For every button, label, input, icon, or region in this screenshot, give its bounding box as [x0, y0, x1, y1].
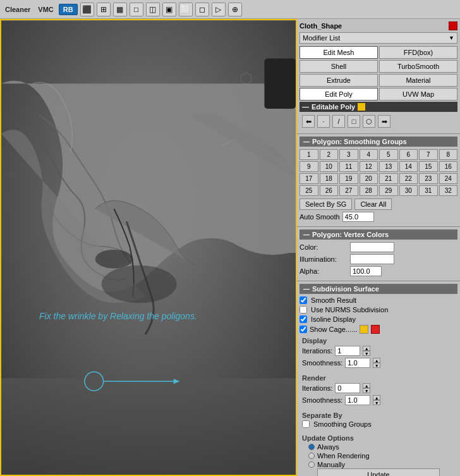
ep-icon-elem[interactable]: ⬡	[363, 115, 375, 128]
rb-button[interactable]: RB	[59, 4, 78, 15]
always-radio-item: Always	[308, 443, 455, 451]
ep-icon-back[interactable]: ⬅	[302, 115, 315, 128]
toolbar-icon-6[interactable]: ▣	[162, 3, 176, 16]
render-smooth-up-btn[interactable]: ▲	[373, 395, 380, 400]
material-btn[interactable]: Material	[379, 74, 457, 87]
toolbar-icon-1[interactable]: ⬛	[80, 3, 94, 16]
auto-smooth-input[interactable]	[342, 212, 374, 222]
ep-icon-poly[interactable]: □	[348, 115, 360, 128]
sg-btn-14[interactable]: 14	[399, 161, 418, 172]
sg-btn-1[interactable]: 1	[300, 149, 318, 160]
smoothness-down-btn[interactable]: ▼	[373, 363, 380, 368]
sg-btn-9[interactable]: 9	[300, 161, 318, 172]
smoothness-input[interactable]	[345, 358, 370, 368]
sg-btn-15[interactable]: 15	[419, 161, 438, 172]
sg-btn-8[interactable]: 8	[439, 149, 458, 160]
sg-btn-25[interactable]: 25	[300, 185, 318, 196]
illumination-swatch[interactable]	[350, 254, 394, 264]
toolbar-icon-9[interactable]: ▷	[212, 3, 226, 16]
ffd-box-btn[interactable]: FFD(box)	[379, 46, 457, 59]
sg-minus-icon[interactable]: —	[303, 138, 310, 145]
iterations-input[interactable]	[335, 346, 360, 356]
sg-btn-10[interactable]: 10	[320, 161, 339, 172]
when-rendering-radio[interactable]	[308, 453, 315, 459]
iterations-label: Iterations:	[302, 347, 332, 355]
sg-btn-28[interactable]: 28	[360, 185, 378, 196]
viewport[interactable]: ⬡ Fix the wrinkle by Relaxing the poligo…	[0, 19, 297, 476]
toolbar-icon-10[interactable]: ⊕	[228, 3, 242, 16]
sg-btn-3[interactable]: 3	[339, 149, 358, 160]
iterations-down-btn[interactable]: ▼	[363, 351, 370, 356]
always-radio[interactable]	[308, 444, 315, 450]
sg-btn-21[interactable]: 21	[379, 173, 398, 184]
sg-btn-19[interactable]: 19	[339, 173, 358, 184]
color-swatch[interactable]	[350, 242, 394, 252]
sg-btn-4[interactable]: 4	[360, 149, 378, 160]
sg-btn-5[interactable]: 5	[379, 149, 398, 160]
sg-btn-2[interactable]: 2	[320, 149, 339, 160]
extrude-btn[interactable]: Extrude	[300, 74, 378, 87]
shell-btn[interactable]: Shell	[300, 60, 378, 73]
ep-icon-vert[interactable]: ·	[317, 115, 330, 128]
sg-btn-22[interactable]: 22	[399, 173, 418, 184]
ep-icon-next[interactable]: ➡	[378, 115, 390, 128]
render-iter-down-btn[interactable]: ▼	[363, 388, 370, 393]
render-smoothness-row: Smoothness: ▲ ▼	[302, 395, 455, 405]
smoothness-up-btn[interactable]: ▲	[373, 358, 380, 363]
sg-btn-24[interactable]: 24	[439, 173, 458, 184]
render-iter-up-btn[interactable]: ▲	[363, 383, 370, 388]
sg-btn-16[interactable]: 16	[439, 161, 458, 172]
toolbar-icon-8[interactable]: ◻	[195, 3, 209, 16]
show-cage-checkbox[interactable]	[300, 326, 307, 333]
sg-btn-7[interactable]: 7	[419, 149, 438, 160]
sg-btn-6[interactable]: 6	[399, 149, 418, 160]
sep-sg-checkbox[interactable]	[302, 420, 310, 428]
sg-btn-30[interactable]: 30	[399, 185, 418, 196]
use-nurms-row: Use NURMS Subdivision	[300, 306, 457, 314]
vc-minus-icon[interactable]: —	[303, 231, 310, 238]
toolbar-icon-4[interactable]: □	[130, 3, 143, 16]
sg-btn-17[interactable]: 17	[300, 173, 318, 184]
clear-all-btn[interactable]: Clear All	[354, 198, 392, 210]
toolbar-icon-3[interactable]: ▦	[113, 3, 127, 16]
render-smooth-down-btn[interactable]: ▼	[373, 400, 380, 405]
alpha-input[interactable]	[350, 266, 382, 276]
update-btn[interactable]: Update	[317, 468, 440, 476]
select-by-sg-btn[interactable]: Select By SG	[300, 198, 352, 210]
edit-poly-btn[interactable]: Edit Poly	[300, 88, 378, 101]
ep-minus-icon: —	[302, 103, 309, 111]
sg-btn-29[interactable]: 29	[379, 185, 398, 196]
sg-button-grid: 1234567891011121314151617181920212223242…	[300, 149, 457, 196]
edit-mesh-btn[interactable]: Edit Mesh	[300, 46, 378, 59]
sg-btn-27[interactable]: 27	[339, 185, 358, 196]
render-smoothness-input[interactable]	[345, 395, 370, 405]
toolbar-icon-7[interactable]: ⬜	[179, 3, 193, 16]
iterations-up-btn[interactable]: ▲	[363, 346, 370, 351]
isoline-display-checkbox[interactable]	[300, 315, 307, 323]
manually-radio[interactable]	[308, 461, 315, 468]
sg-btn-11[interactable]: 11	[339, 161, 358, 172]
sg-btn-18[interactable]: 18	[320, 173, 339, 184]
sg-btn-31[interactable]: 31	[419, 185, 438, 196]
ep-icon-edge[interactable]: /	[332, 115, 345, 128]
sg-btn-12[interactable]: 12	[360, 161, 378, 172]
cage-yellow-swatch[interactable]	[360, 325, 368, 334]
use-nurms-checkbox[interactable]	[300, 306, 307, 314]
cage-red-swatch[interactable]	[371, 325, 380, 334]
editable-poly-header[interactable]: — Editable Poly	[300, 102, 457, 112]
sg-btn-13[interactable]: 13	[379, 161, 398, 172]
manually-label: Manually	[317, 461, 345, 468]
smooth-result-checkbox[interactable]	[300, 296, 307, 304]
turbosmooth-btn[interactable]: TurboSmooth	[379, 60, 457, 73]
sg-btn-32[interactable]: 32	[439, 185, 458, 196]
sg-btn-23[interactable]: 23	[419, 173, 438, 184]
toolbar-icon-5[interactable]: ◫	[146, 3, 160, 16]
modifier-list-dropdown[interactable]: Modifier List ▼	[300, 32, 457, 44]
sg-btn-20[interactable]: 20	[360, 173, 378, 184]
sg-btn-26[interactable]: 26	[320, 185, 339, 196]
ss-minus-icon[interactable]: —	[303, 286, 310, 293]
isoline-display-row: Isoline Display	[300, 315, 457, 323]
uvw-map-btn[interactable]: UVW Map	[379, 88, 457, 101]
render-iterations-input[interactable]	[335, 383, 360, 393]
toolbar-icon-2[interactable]: ⊞	[97, 3, 111, 16]
